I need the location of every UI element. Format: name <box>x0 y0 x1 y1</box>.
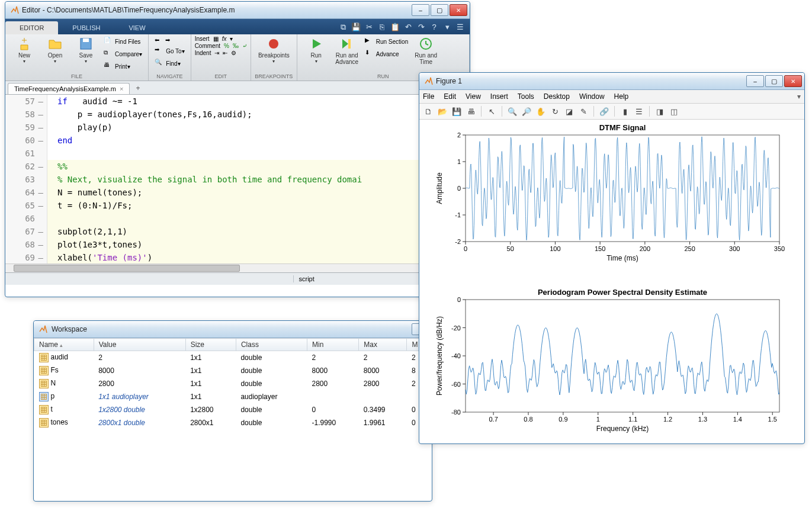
workspace-table[interactable]: NameValueSizeClassMinMaxM audid21x1doubl… <box>34 338 432 429</box>
workspace-titlebar[interactable]: Workspace – <box>34 321 432 338</box>
tab-editor[interactable]: EDITOR <box>5 21 58 34</box>
menu-edit[interactable]: Edit <box>444 92 456 101</box>
qa-icon[interactable]: ⧉ <box>338 23 348 32</box>
indent-icon[interactable]: ⇥ <box>214 50 219 56</box>
col-class[interactable]: Class <box>236 339 307 351</box>
col-size[interactable]: Size <box>185 339 236 351</box>
brush-icon[interactable]: ✎ <box>578 106 589 117</box>
svg-text:-2: -2 <box>455 238 461 245</box>
new-figure-icon[interactable]: 🗋 <box>423 106 434 117</box>
file-tab[interactable]: TimeFrequencyAnalysisExample.m× <box>8 83 130 94</box>
rotate-icon[interactable]: ↻ <box>550 106 560 117</box>
menu-help[interactable]: Help <box>614 92 629 101</box>
breakpoints-button[interactable]: Breakpoints▾ <box>255 36 293 65</box>
open-button[interactable]: Open▾ <box>40 36 70 65</box>
table-row[interactable]: audid21x1double222 <box>34 351 432 365</box>
save-button[interactable]: Save▾ <box>70 36 101 65</box>
maximize-button[interactable]: ▢ <box>431 4 448 16</box>
insert-fx-icon[interactable]: fx <box>222 36 227 42</box>
minimize-button[interactable]: – <box>746 75 764 87</box>
qa-copy-icon[interactable]: ⎘ <box>377 23 387 32</box>
uncomment-icon[interactable]: ‰ <box>233 43 239 49</box>
back-button[interactable]: ⬅ <box>152 36 162 44</box>
find-button[interactable]: 🔍Find ▾ <box>152 57 187 69</box>
qa-redo-icon[interactable]: ↷ <box>416 23 426 32</box>
compare-button[interactable]: ⧉Compare ▾ <box>101 48 145 60</box>
zoom-out-icon[interactable]: 🔎 <box>521 106 532 117</box>
svg-text:0.7: 0.7 <box>489 416 498 423</box>
hide-tools-icon[interactable]: ◨ <box>654 106 665 117</box>
workspace-window: Workspace – NameValueSizeClassMinMaxM au… <box>33 320 432 502</box>
col-name[interactable]: Name <box>34 339 94 351</box>
close-tab-icon[interactable]: × <box>120 85 123 92</box>
print-icon[interactable]: 🖶 <box>466 106 476 117</box>
forward-button[interactable]: ➡ <box>163 36 172 44</box>
table-row[interactable]: t1x2800 double1x2800double00.34990 <box>34 403 432 416</box>
find-files-button[interactable]: 📄Find Files <box>101 36 145 47</box>
run-section-button[interactable]: ▶Run Section <box>362 36 410 47</box>
menu-window[interactable]: Window <box>579 92 605 101</box>
datacursor-icon[interactable]: ◪ <box>564 106 575 117</box>
menu-view[interactable]: View <box>466 92 481 101</box>
code-text[interactable]: if audid ~= -1 p = audioplayer(tones,Fs,… <box>47 95 461 264</box>
qa-paste-icon[interactable]: 📋 <box>390 23 400 32</box>
col-min[interactable]: Min <box>307 339 359 351</box>
open-icon[interactable]: 📂 <box>437 106 448 117</box>
save-icon[interactable]: 💾 <box>451 106 462 117</box>
goto-button[interactable]: ➡Go To ▾ <box>152 45 187 57</box>
gutter[interactable]: 57585960616263646566676869 <box>5 95 47 264</box>
qa-help-icon[interactable]: ? <box>429 23 439 32</box>
run-button[interactable]: Run▾ <box>301 36 332 65</box>
col-max[interactable]: Max <box>359 339 407 351</box>
smart-indent-icon[interactable]: ⚙ <box>231 50 236 56</box>
tab-view[interactable]: VIEW <box>114 21 159 34</box>
close-button[interactable]: ✕ <box>450 4 467 16</box>
maximize-button[interactable]: ▢ <box>765 75 783 87</box>
legend-icon[interactable]: ☰ <box>634 106 644 117</box>
editor-titlebar[interactable]: Editor - C:\Documents\MATLAB\TimeFrequen… <box>5 2 470 19</box>
pointer-icon[interactable]: ↖ <box>486 106 497 117</box>
menu-corner-icon[interactable]: ▾ <box>797 92 801 101</box>
qa-undo-icon[interactable]: ↶ <box>403 23 413 32</box>
advance-button[interactable]: ⬇Advance <box>362 48 410 60</box>
minimize-button[interactable]: – <box>412 4 429 16</box>
svg-text:Periodogram Power Spectral Den: Periodogram Power Spectral Density Estim… <box>538 288 707 297</box>
zoom-in-icon[interactable]: 🔍 <box>507 106 518 117</box>
comment-icon[interactable]: % <box>224 43 229 49</box>
menu-desktop[interactable]: Desktop <box>544 92 570 101</box>
print-button[interactable]: 🖶Print ▾ <box>101 60 145 72</box>
close-button[interactable]: ✕ <box>784 75 802 87</box>
menu-insert[interactable]: Insert <box>490 92 508 101</box>
figure-titlebar[interactable]: Figure 1 – ▢ ✕ <box>419 73 804 90</box>
figure-menu: FileEditViewInsertToolsDesktopWindowHelp… <box>419 90 804 104</box>
pan-icon[interactable]: ✋ <box>535 106 546 117</box>
horizontal-scrollbar[interactable] <box>5 263 461 272</box>
menu-tools[interactable]: Tools <box>518 92 534 101</box>
qa-cut-icon[interactable]: ✂ <box>364 23 374 32</box>
outdent-icon[interactable]: ⇤ <box>223 50 227 56</box>
new-button[interactable]: New▾ <box>9 36 40 65</box>
tab-publish[interactable]: PUBLISH <box>58 21 114 34</box>
insert-section-icon[interactable]: ▦ <box>213 36 219 42</box>
colorbar-icon[interactable]: ▮ <box>620 106 630 117</box>
insert-more-icon[interactable]: ▾ <box>230 36 233 42</box>
table-row[interactable]: tones2800x1 double2800x1double-1.99901.9… <box>34 416 432 429</box>
quick-access: ⧉💾 ✂⎘ 📋↶ ↷? ▾☰ <box>333 20 470 34</box>
run-advance-button[interactable]: Run and Advance <box>332 36 362 66</box>
table-row[interactable]: Fs80001x1double800080008 <box>34 364 432 377</box>
code-editor[interactable]: 57585960616263646566676869 if audid ~= -… <box>5 95 470 272</box>
col-value[interactable]: Value <box>94 339 185 351</box>
svg-text:100: 100 <box>550 245 560 252</box>
qa-menu-icon[interactable]: ☰ <box>455 23 465 32</box>
qa-dropdown-icon[interactable]: ▾ <box>442 23 452 32</box>
link-icon[interactable]: 🔗 <box>599 106 609 117</box>
table-row[interactable]: N28001x1double280028002 <box>34 377 432 390</box>
table-row[interactable]: p1x1 audioplayer1x1audioplayer <box>34 390 432 403</box>
new-tab-button[interactable]: + <box>131 82 145 94</box>
wrap-comment-icon[interactable]: ⤶ <box>242 43 247 49</box>
dock-icon[interactable]: ◫ <box>669 106 679 117</box>
run-time-button[interactable]: Run and Time <box>410 36 441 66</box>
svg-text:350: 350 <box>774 245 785 252</box>
qa-save-icon[interactable]: 💾 <box>351 23 361 32</box>
menu-file[interactable]: File <box>423 92 434 101</box>
